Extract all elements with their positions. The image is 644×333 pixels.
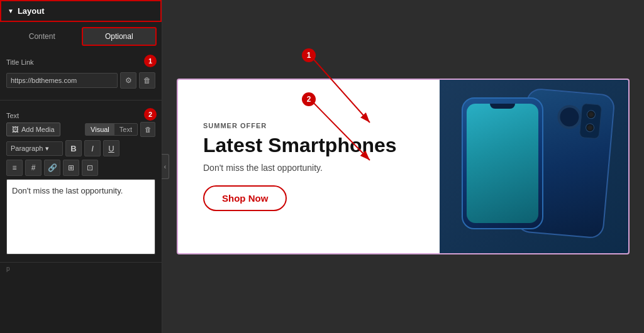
camera-lens-1 — [586, 109, 596, 119]
editor-area[interactable]: Don't miss the last opportunity. — [6, 179, 155, 254]
editor-tag: p — [6, 265, 10, 272]
phone-visual — [452, 85, 616, 248]
paragraph-chevron-icon: ▾ — [45, 145, 49, 153]
title-link-row: ⚙ 🗑 — [6, 72, 155, 89]
italic-btn[interactable]: I — [84, 140, 101, 156]
phone-notch — [490, 104, 515, 109]
editor-footer: p — [0, 262, 162, 275]
list-ordered-btn[interactable]: # — [25, 160, 42, 176]
title-link-badge: 1 — [144, 55, 157, 67]
promo-title: Latest Smartphones — [203, 134, 414, 156]
add-media-btn[interactable]: 🖼 Add Media — [6, 123, 60, 136]
sidebar-header: ▼ Layout — [0, 0, 162, 22]
format-row: Paragraph ▾ B I U — [6, 140, 155, 156]
bold-btn[interactable]: B — [65, 140, 82, 156]
underline-btn[interactable]: U — [103, 140, 119, 156]
editor-toolbar-row: 🖼 Add Media Visual Text 🗑 — [6, 122, 155, 137]
sidebar-header-title: Layout — [18, 6, 45, 16]
annotation-badge-2: 2 — [302, 92, 316, 106]
text-section-label-row: Text 2 — [6, 109, 155, 122]
media-icon: 🖼 — [12, 126, 19, 133]
paragraph-select[interactable]: Paragraph ▾ — [6, 141, 63, 156]
list-unordered-btn[interactable]: ≡ — [6, 160, 23, 176]
tab-optional[interactable]: Optional — [82, 27, 157, 46]
tab-content[interactable]: Content — [5, 27, 79, 46]
section-divider-1 — [0, 100, 162, 101]
title-link-section: Title Link 1 ⚙ 🗑 — [0, 51, 162, 96]
title-link-settings-btn[interactable]: ⚙ — [120, 72, 136, 89]
promo-description: Don't miss the last opportunity. — [203, 163, 414, 173]
image-btn[interactable]: ⊡ — [82, 160, 98, 176]
promo-summer-label: SUMMER OFFER — [203, 122, 414, 129]
add-media-label: Add Media — [21, 126, 55, 133]
text-section-badge: 2 — [144, 108, 157, 121]
view-tabs: Visual Text — [85, 123, 138, 136]
tab-bar: Content Optional — [0, 22, 162, 51]
phone-camera-back — [579, 103, 602, 139]
title-link-trash-btn[interactable]: 🗑 — [139, 72, 155, 89]
text-section: Text 2 🖼 Add Media Visual Text 🗑 Paragra… — [0, 104, 162, 259]
view-tab-text[interactable]: Text — [114, 124, 137, 135]
phone-front — [462, 97, 543, 229]
paragraph-label: Paragraph — [11, 145, 43, 152]
promo-right — [440, 80, 628, 253]
special-btn[interactable]: ⊞ — [63, 160, 79, 176]
collapse-handle[interactable]: ‹ — [162, 154, 169, 179]
annotation-badge-1: 1 — [302, 48, 316, 62]
shop-now-button[interactable]: Shop Now — [203, 185, 287, 211]
view-tab-visual[interactable]: Visual — [86, 124, 114, 135]
preview-frame: SUMMER OFFER Latest Smartphones Don't mi… — [177, 79, 630, 254]
text-section-label: Text — [6, 112, 19, 119]
title-link-label: Title Link — [6, 58, 34, 66]
list-format-row: ≡ # 🔗 ⊞ ⊡ — [6, 160, 155, 176]
title-link-label-row: Title Link 1 — [6, 56, 155, 68]
camera-lens-2 — [585, 123, 594, 133]
link-btn[interactable]: 🔗 — [44, 160, 60, 176]
sidebar: ▼ Layout Content Optional Title Link 1 ⚙… — [0, 0, 162, 333]
title-link-input[interactable] — [6, 73, 118, 88]
layout-chevron-icon: ▼ — [8, 8, 14, 14]
main-content: SUMMER OFFER Latest Smartphones Don't mi… — [162, 0, 644, 333]
text-toolbar-trash-btn[interactable]: 🗑 — [140, 122, 155, 137]
editor-content: Don't miss the last opportunity. — [12, 186, 123, 195]
phone-screen — [467, 104, 538, 223]
